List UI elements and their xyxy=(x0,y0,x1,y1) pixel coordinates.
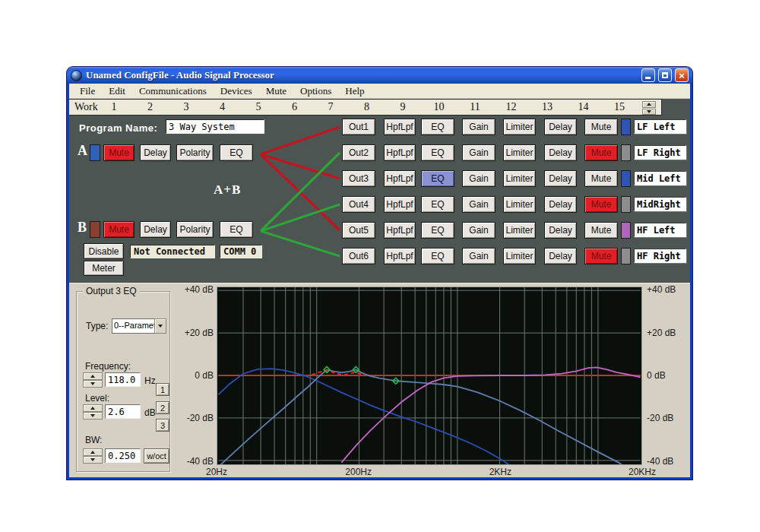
output-1-gain-button[interactable]: Gain xyxy=(462,119,496,135)
disable-button[interactable]: Disable xyxy=(84,243,124,259)
output-6-limiter-button[interactable]: Limiter xyxy=(503,248,536,264)
close-button[interactable]: × xyxy=(675,68,689,82)
spin-down-button[interactable] xyxy=(83,380,103,388)
output-5-limiter-button[interactable]: Limiter xyxy=(503,222,536,239)
output-1-limiter-button[interactable]: Limiter xyxy=(503,119,536,135)
eq-response-plot[interactable] xyxy=(217,287,642,465)
output-3-delay-button[interactable]: Delay xyxy=(544,170,577,187)
output-3-gain-button[interactable]: Gain xyxy=(462,170,496,187)
output-5-eq-button[interactable]: EQ xyxy=(421,222,454,239)
output-6-mute-button[interactable]: Mute xyxy=(584,248,618,264)
output-6-select-button[interactable]: Out6 xyxy=(342,248,375,264)
eq-type-dropdown[interactable]: 0--Paramet xyxy=(112,318,166,334)
output-4-eq-button[interactable]: EQ xyxy=(421,196,454,213)
channel-a-eq-button[interactable]: EQ xyxy=(220,144,253,161)
bw-unit-button[interactable]: w/oct xyxy=(144,448,169,464)
output-3-limiter-button[interactable]: Limiter xyxy=(503,170,536,187)
y-axis-label-right: -40 dB xyxy=(647,456,682,467)
output-5-gain-button[interactable]: Gain xyxy=(462,222,496,239)
output-5-mute-button[interactable]: Mute xyxy=(584,222,618,239)
menu-options[interactable]: Options xyxy=(294,84,337,98)
tab-page-3[interactable]: 3 xyxy=(184,101,189,113)
tab-page-7[interactable]: 7 xyxy=(328,101,334,113)
tabstrip-spin-up[interactable] xyxy=(642,101,656,108)
menu-communications[interactable]: Communications xyxy=(133,84,213,98)
output-6-gain-button[interactable]: Gain xyxy=(462,248,496,264)
output-3-hpflpf-button[interactable]: HpfLpf xyxy=(384,170,416,187)
channel-a-mute-button[interactable]: Mute xyxy=(103,144,135,161)
program-name-input[interactable] xyxy=(166,119,264,134)
output-2-gain-button[interactable]: Gain xyxy=(462,144,496,161)
tab-page-8[interactable]: 8 xyxy=(364,101,369,113)
tab-page-13[interactable]: 13 xyxy=(542,101,553,113)
channel-b-mute-button[interactable]: Mute xyxy=(103,221,135,238)
output-2-limiter-button[interactable]: Limiter xyxy=(503,144,536,161)
spin-down-button[interactable] xyxy=(83,412,103,420)
eq-field-value-0[interactable] xyxy=(105,372,141,387)
tab-page-15[interactable]: 15 xyxy=(614,101,625,113)
tab-page-6[interactable]: 6 xyxy=(292,101,297,113)
maximize-button[interactable] xyxy=(658,68,672,82)
menu-edit[interactable]: Edit xyxy=(103,84,131,98)
spin-up-button[interactable] xyxy=(83,372,103,380)
channel-a-polarity-button[interactable]: Polarity xyxy=(176,144,214,161)
channel-b-delay-button[interactable]: Delay xyxy=(140,221,171,238)
tab-page-9[interactable]: 9 xyxy=(401,101,406,113)
tab-work[interactable]: Work xyxy=(74,101,98,113)
output-4-limiter-button[interactable]: Limiter xyxy=(503,196,536,213)
menu-devices[interactable]: Devices xyxy=(214,84,258,98)
tab-page-5[interactable]: 5 xyxy=(256,101,261,113)
tab-page-11[interactable]: 11 xyxy=(470,101,480,113)
output-2-select-button[interactable]: Out2 xyxy=(342,144,375,161)
tab-page-14[interactable]: 14 xyxy=(578,101,589,113)
output-1-select-button[interactable]: Out1 xyxy=(342,119,375,135)
output-3-mute-button[interactable]: Mute xyxy=(584,170,618,187)
output-3-select-button[interactable]: Out3 xyxy=(342,170,375,187)
tabstrip-spin-down[interactable] xyxy=(642,109,656,116)
meter-button[interactable]: Meter xyxy=(84,261,124,276)
output-6-delay-button[interactable]: Delay xyxy=(544,248,577,264)
output-5-select-button[interactable]: Out5 xyxy=(342,222,375,239)
eq-field-value-1[interactable] xyxy=(105,404,141,419)
minimize-button[interactable] xyxy=(641,68,655,82)
channel-b-polarity-button[interactable]: Polarity xyxy=(176,221,214,238)
tab-page-10[interactable]: 10 xyxy=(434,101,445,113)
eq-band-1-button[interactable]: 1 xyxy=(156,383,169,396)
tab-page-2[interactable]: 2 xyxy=(147,101,153,113)
eq-band-3-button[interactable]: 3 xyxy=(156,419,169,432)
menu-file[interactable]: File xyxy=(74,84,101,98)
output-4-hpflpf-button[interactable]: HpfLpf xyxy=(384,196,416,213)
tab-page-1[interactable]: 1 xyxy=(112,101,117,113)
output-6-hpflpf-button[interactable]: HpfLpf xyxy=(384,248,416,264)
output-3-eq-button[interactable]: EQ xyxy=(421,170,454,187)
output-4-gain-button[interactable]: Gain xyxy=(462,196,496,213)
output-5-name-field: HF Left xyxy=(634,223,686,237)
spin-down-button[interactable] xyxy=(83,456,103,464)
output-5-hpflpf-button[interactable]: HpfLpf xyxy=(384,222,416,239)
menu-help[interactable]: Help xyxy=(339,84,370,98)
tab-page-4[interactable]: 4 xyxy=(220,101,225,113)
output-4-mute-button[interactable]: Mute xyxy=(584,196,618,213)
output-2-hpflpf-button[interactable]: HpfLpf xyxy=(384,144,416,161)
tab-page-12[interactable]: 12 xyxy=(506,101,517,113)
output-2-delay-button[interactable]: Delay xyxy=(544,144,577,161)
channel-a-delay-button[interactable]: Delay xyxy=(140,144,171,161)
spin-up-button[interactable] xyxy=(83,404,103,412)
output-1-eq-button[interactable]: EQ xyxy=(421,119,454,135)
output-2-mute-button[interactable]: Mute xyxy=(584,144,618,161)
type-label: Type: xyxy=(86,321,108,331)
menu-mute[interactable]: Mute xyxy=(260,84,293,98)
dropdown-arrow-button[interactable] xyxy=(154,318,166,334)
output-4-select-button[interactable]: Out4 xyxy=(342,196,375,213)
output-1-hpflpf-button[interactable]: HpfLpf xyxy=(384,119,416,135)
eq-field-value-2[interactable] xyxy=(105,448,141,463)
output-6-eq-button[interactable]: EQ xyxy=(421,248,454,264)
output-1-delay-button[interactable]: Delay xyxy=(544,119,577,135)
output-2-eq-button[interactable]: EQ xyxy=(421,144,454,161)
eq-band-2-button[interactable]: 2 xyxy=(156,401,169,414)
output-5-delay-button[interactable]: Delay xyxy=(544,222,577,239)
output-4-delay-button[interactable]: Delay xyxy=(544,196,577,213)
spin-up-button[interactable] xyxy=(83,448,103,456)
channel-b-eq-button[interactable]: EQ xyxy=(220,221,253,238)
output-1-mute-button[interactable]: Mute xyxy=(584,119,618,135)
